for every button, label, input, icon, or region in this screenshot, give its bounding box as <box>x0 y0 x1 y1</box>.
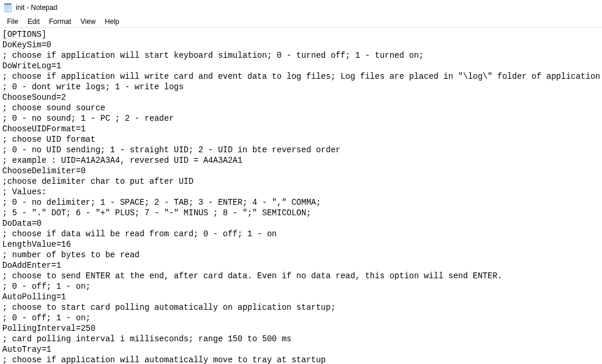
menu-bar: File Edit Format View Help <box>0 15 602 28</box>
menu-view[interactable]: View <box>76 16 100 26</box>
text-editor[interactable]: [OPTIONS] DoKeySim=0 ; choose if applica… <box>0 28 602 364</box>
menu-help[interactable]: Help <box>100 16 124 26</box>
notepad-icon <box>4 3 13 12</box>
menu-file[interactable]: File <box>2 16 23 26</box>
menu-format[interactable]: Format <box>44 16 76 26</box>
title-bar: init - Notepad <box>0 0 602 15</box>
svg-rect-1 <box>5 4 11 5</box>
window-title: init - Notepad <box>16 4 57 12</box>
menu-edit[interactable]: Edit <box>23 16 44 26</box>
